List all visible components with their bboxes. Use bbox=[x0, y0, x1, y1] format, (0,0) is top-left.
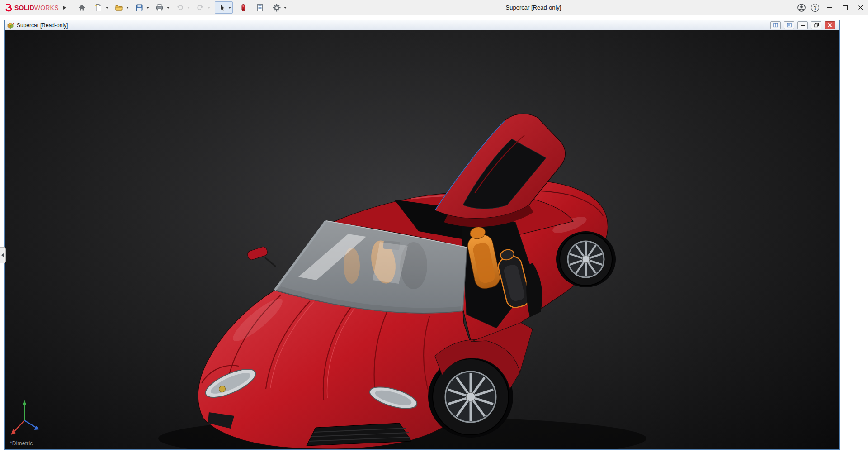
maximize-icon bbox=[843, 5, 848, 10]
open-folder-icon bbox=[114, 3, 123, 12]
redo-icon bbox=[196, 3, 205, 12]
minimize-icon bbox=[827, 7, 832, 8]
save-dropdown[interactable] bbox=[146, 7, 149, 9]
close-icon bbox=[858, 5, 863, 10]
home-button[interactable] bbox=[76, 1, 88, 14]
help-icon: ? bbox=[811, 4, 819, 12]
doc-minimize-button[interactable] bbox=[797, 21, 808, 29]
app-title: Supercar [Read-only] bbox=[479, 4, 588, 11]
minimize-button[interactable] bbox=[822, 0, 837, 15]
rebuild-traffic-light-icon bbox=[239, 3, 248, 12]
close-button[interactable] bbox=[853, 0, 868, 15]
select-button[interactable] bbox=[217, 2, 227, 13]
doc-restore-icon bbox=[814, 23, 819, 28]
3d-scene-canvas[interactable] bbox=[5, 30, 839, 449]
doc-minimize-icon bbox=[801, 25, 805, 26]
car-rear-wheel bbox=[556, 231, 616, 287]
triad-z-axis bbox=[24, 420, 36, 428]
display-pane-button[interactable] bbox=[770, 21, 781, 29]
account-button[interactable] bbox=[795, 0, 808, 15]
options-gear-icon bbox=[272, 3, 281, 12]
file-properties-icon bbox=[255, 3, 264, 12]
undo-icon bbox=[175, 3, 184, 12]
new-document-icon bbox=[94, 3, 103, 12]
view-orientation-label: *Dimetric bbox=[10, 440, 33, 447]
open-dropdown[interactable] bbox=[126, 7, 129, 9]
document-title: Supercar [Read-only] bbox=[17, 22, 68, 29]
open-button[interactable] bbox=[113, 1, 125, 14]
print-icon bbox=[155, 3, 164, 12]
undo-button[interactable] bbox=[174, 1, 186, 14]
new-document-button[interactable] bbox=[93, 1, 105, 14]
menu-flyout-arrow-icon[interactable] bbox=[63, 6, 66, 10]
workspace: Supercar [Read-only] bbox=[0, 15, 868, 467]
orientation-triad[interactable] bbox=[11, 400, 39, 435]
document-part-icon bbox=[7, 22, 14, 29]
print-dropdown[interactable] bbox=[167, 7, 170, 9]
quick-access-toolbar bbox=[76, 1, 291, 14]
select-cursor-icon bbox=[218, 4, 226, 12]
solidworks-logo[interactable]: SOLIDWORKS bbox=[4, 3, 59, 12]
side-mirror bbox=[246, 246, 276, 267]
chevron-left-icon bbox=[1, 253, 4, 257]
doc-close-icon bbox=[827, 23, 832, 28]
home-icon bbox=[77, 3, 86, 12]
document-window-controls bbox=[770, 21, 837, 29]
3d-viewport[interactable]: *Dimetric bbox=[5, 30, 839, 449]
select-dropdown[interactable] bbox=[228, 7, 231, 9]
redo-button[interactable] bbox=[194, 1, 207, 14]
brand-name: SOLIDWORKS bbox=[14, 4, 59, 11]
document-window: Supercar [Read-only] bbox=[4, 20, 840, 450]
options-dropdown[interactable] bbox=[284, 7, 287, 9]
doc-restore-button[interactable] bbox=[811, 21, 821, 29]
save-icon bbox=[135, 3, 144, 12]
triad-x-axis bbox=[14, 420, 24, 431]
select-tool-group bbox=[215, 1, 233, 14]
options-button[interactable] bbox=[271, 1, 283, 14]
undo-dropdown[interactable] bbox=[187, 7, 190, 9]
redo-dropdown[interactable] bbox=[208, 7, 210, 9]
rebuild-button[interactable] bbox=[237, 1, 250, 14]
featuremanager-collapse-tab[interactable] bbox=[0, 247, 6, 263]
preview-pane-icon bbox=[787, 23, 792, 28]
car-model[interactable] bbox=[158, 114, 646, 449]
new-document-dropdown[interactable] bbox=[106, 7, 108, 9]
app-titlebar[interactable]: SOLIDWORKS bbox=[0, 0, 868, 15]
window-controls: ? bbox=[795, 0, 868, 15]
file-properties-button[interactable] bbox=[254, 1, 266, 14]
help-button[interactable]: ? bbox=[808, 0, 822, 15]
ds-swirl-icon bbox=[4, 3, 13, 12]
car-front bbox=[198, 290, 476, 449]
maximize-button[interactable] bbox=[837, 0, 853, 15]
document-titlebar[interactable]: Supercar [Read-only] bbox=[5, 20, 839, 30]
display-pane-icon bbox=[773, 23, 778, 28]
doc-close-button[interactable] bbox=[825, 21, 835, 29]
account-icon bbox=[797, 3, 806, 12]
save-button[interactable] bbox=[133, 1, 146, 14]
preview-pane-button[interactable] bbox=[784, 21, 794, 29]
print-button[interactable] bbox=[154, 1, 166, 14]
